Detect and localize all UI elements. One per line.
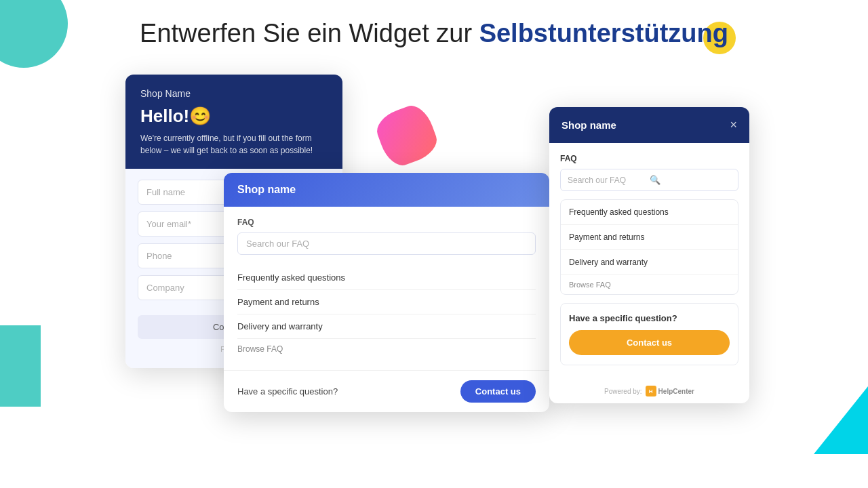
faq-item-1-right[interactable]: Frequently asked questions <box>561 200 738 225</box>
faq-search-middle[interactable]: Search our FAQ <box>237 232 536 255</box>
helpcenter-name: HelpCenter <box>658 388 694 395</box>
faq-item-3-middle[interactable]: Delivery and warranty <box>237 314 536 339</box>
widget-middle-body: FAQ Search our FAQ Frequently asked ques… <box>224 207 549 370</box>
faq-item-2-middle[interactable]: Payment and returns <box>237 290 536 314</box>
search-icon: 🔍 <box>650 175 732 185</box>
widget-middle-footer: Have a specific question? Contact us <box>224 370 549 412</box>
deco-cyan-triangle <box>814 386 868 454</box>
widget-right-body: FAQ Search our FAQ 🔍 Frequently asked qu… <box>549 143 749 379</box>
helpcenter-logo: H HelpCenter <box>646 386 694 396</box>
faq-item-1-middle[interactable]: Frequently asked questions <box>237 266 536 290</box>
deco-green-rect <box>0 325 41 407</box>
specific-question-right: Have a specific question? <box>569 313 730 323</box>
deco-teal-circle <box>0 0 68 68</box>
widget-left-header: Shop Name Hello!😊 We're currently offlin… <box>125 75 342 169</box>
contact-button-middle[interactable]: Contact us <box>460 380 536 403</box>
faq-search-placeholder-right: Search our FAQ <box>568 176 650 185</box>
close-icon[interactable]: × <box>730 118 737 132</box>
contact-button-right[interactable]: Contact us <box>569 330 730 355</box>
faq-item-3-right[interactable]: Delivery and warranty <box>561 250 738 275</box>
faq-search-placeholder: Search our FAQ <box>246 239 527 249</box>
browse-faq-right[interactable]: Browse FAQ <box>561 275 738 294</box>
widget-faq-middle: Shop name FAQ Search our FAQ Frequently … <box>224 173 549 412</box>
greeting-text: Hello!😊 <box>140 106 328 127</box>
helpcenter-icon: H <box>646 386 656 396</box>
widget-faq-right: Shop name × FAQ Search our FAQ 🔍 Frequen… <box>549 107 749 403</box>
page-title: Entwerfen Sie ein Widget zur Selbstunter… <box>140 19 728 48</box>
powered-by-text: Powered by: <box>604 388 642 395</box>
shop-name-left: Shop Name <box>140 88 328 99</box>
faq-label-right: FAQ <box>560 154 738 163</box>
deco-pink-blob <box>372 101 442 171</box>
powered-right: Powered by: H HelpCenter <box>549 379 749 403</box>
widget-right-header: Shop name × <box>549 107 749 143</box>
specific-question-middle: Have a specific question? <box>237 386 338 396</box>
widget-middle-header: Shop name <box>224 173 549 207</box>
offline-subtext: We're currently offline, but if you fill… <box>140 132 328 157</box>
browse-faq-middle[interactable]: Browse FAQ <box>237 339 536 359</box>
faq-search-right[interactable]: Search our FAQ 🔍 <box>560 169 738 191</box>
faq-list-right: Frequently asked questions Payment and r… <box>560 199 738 295</box>
faq-label-middle: FAQ <box>237 218 536 227</box>
faq-item-2-right[interactable]: Payment and returns <box>561 225 738 250</box>
specific-section-right: Have a specific question? Contact us <box>560 303 738 365</box>
shop-name-right: Shop name <box>561 119 616 131</box>
shop-name-middle: Shop name <box>237 184 296 195</box>
